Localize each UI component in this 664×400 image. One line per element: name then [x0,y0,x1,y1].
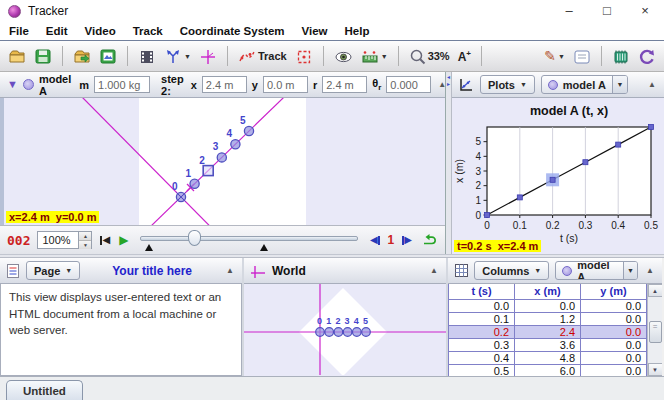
table-row[interactable]: 0.11.20.0 [449,312,647,325]
minimize-button[interactable]: – [550,0,588,22]
memory-button[interactable] [609,47,633,66]
track-name[interactable]: model A [39,73,71,97]
create-track-button[interactable]: Track [235,47,290,66]
step-point-selected[interactable] [203,166,213,176]
table-scrollbar[interactable]: ▲ ▼ [647,284,662,376]
table-row[interactable]: 0.44.80.0 [449,351,647,364]
table-column-header[interactable]: t (s) [449,284,515,299]
table-cell[interactable]: 0.1 [449,312,515,325]
measure-button[interactable]: ▼ [358,47,391,66]
table-column-header[interactable]: y (m) [581,284,647,299]
plot-area[interactable]: model A (t, x)00.10.20.30.40.5012345t (s… [452,98,664,254]
collapse-plot-button[interactable]: ▲ [646,80,658,89]
plot-point[interactable] [485,213,490,218]
axes-button[interactable] [196,47,220,66]
table-cell[interactable]: 0.0 [581,351,647,364]
table-cell[interactable]: 0.0 [449,299,515,312]
table-cell[interactable]: 0.0 [581,364,647,376]
world-view[interactable]: 012345 [244,284,446,376]
export-button[interactable] [96,47,120,66]
table-row[interactable]: 0.33.60.0 [449,338,647,351]
drawings-button[interactable]: ✎ ▼ [541,48,568,64]
r-field[interactable] [322,76,367,93]
table-cell[interactable]: 0.4 [449,351,515,364]
table-cell[interactable]: 0.0 [581,312,647,325]
rate-value[interactable]: 100% [38,232,78,248]
menu-track[interactable]: Track [133,25,163,37]
visibility-button[interactable] [331,47,356,66]
table-cell[interactable]: 0.5 [449,364,515,376]
y-field[interactable] [263,76,308,93]
page-title[interactable]: Your title here [86,264,218,278]
plots-button[interactable]: Plots▼ [480,75,535,94]
step-back-button[interactable]: ◀ [369,235,381,245]
step-point[interactable] [316,328,325,337]
save-button[interactable] [31,47,55,66]
table-cell[interactable]: 4.8 [515,351,581,364]
clip-settings-button[interactable] [135,47,159,66]
table-row[interactable]: 0.00.00.0 [449,299,647,312]
clip-in-marker[interactable] [145,244,153,251]
font-size-button[interactable]: A+ [455,48,474,65]
step-point[interactable] [244,126,253,135]
autotracker-button[interactable] [292,47,316,66]
scroll-up-icon[interactable]: ▲ [648,284,663,297]
model-point-icon[interactable] [23,79,34,90]
step-point[interactable] [231,140,240,149]
loop-button[interactable] [420,233,438,248]
frame-slider[interactable] [140,227,357,253]
video-view[interactable]: 012345 x=2.4 m y=0.0 m [0,98,445,225]
close-button[interactable]: × [626,0,664,22]
rate-down-button[interactable]: ▼ [79,240,91,249]
clip-out-marker[interactable] [260,244,268,251]
table-cell[interactable]: 1.2 [515,312,581,325]
page-content[interactable]: This view displays user-entered text or … [0,284,242,376]
dropdown-arrow-icon[interactable]: ▼ [612,76,627,93]
step-point[interactable] [353,328,362,337]
table-cell[interactable]: 3.6 [515,338,581,351]
open-button[interactable] [5,47,29,66]
tab-untitled[interactable]: Untitled [6,380,83,400]
step-point[interactable] [217,153,226,162]
menu-view[interactable]: View [302,25,328,37]
theta-field[interactable] [386,76,431,93]
rate-spinner[interactable]: 100% ▲▼ [37,231,92,249]
step-point[interactable] [343,328,352,337]
maximize-button[interactable]: □ [588,0,626,22]
calibration-button[interactable]: ▼ [161,47,194,66]
table-cell[interactable]: 2.4 [515,325,581,338]
plot-point[interactable] [649,125,654,130]
step-point[interactable] [325,328,334,337]
table-cell[interactable]: 0.0 [581,325,647,338]
plot-point[interactable] [616,142,621,147]
step-point[interactable] [362,328,371,337]
scrollbar-thumb[interactable] [649,321,662,343]
slider-thumb[interactable] [188,230,201,246]
table-track-selector[interactable]: model A ▼ [555,261,638,280]
refresh-button[interactable] [635,47,659,66]
plot-point[interactable] [550,177,555,182]
table-row[interactable]: 0.22.40.0 [449,325,647,338]
step-point[interactable] [190,179,199,188]
track-menu-icon[interactable]: ▼ [7,79,18,90]
menu-help[interactable]: Help [345,25,370,37]
table-cell[interactable]: 6.0 [515,364,581,376]
import-button[interactable] [70,47,94,66]
table-column-header[interactable]: x (m) [515,284,581,299]
table-cell[interactable]: 0.0 [581,299,647,312]
collapse-world-button[interactable]: ▲ [428,266,440,275]
notes-button[interactable] [570,47,594,66]
menu-coordinate-system[interactable]: Coordinate System [180,25,285,37]
mass-field[interactable] [94,76,150,93]
step-forward-button[interactable]: ▶ [401,235,413,245]
step-point[interactable] [334,328,343,337]
scroll-down-icon[interactable]: ▼ [648,363,663,376]
table-cell[interactable]: 0.0 [581,338,647,351]
zoom-button[interactable]: 33% [406,47,453,66]
menu-edit[interactable]: Edit [46,25,68,37]
table-cell[interactable]: 0.0 [515,299,581,312]
x-field[interactable] [202,76,247,93]
collapse-page-button[interactable]: ▲ [224,266,236,275]
plot-track-selector[interactable]: model A ▼ [541,75,628,94]
slider-track[interactable] [140,236,357,241]
